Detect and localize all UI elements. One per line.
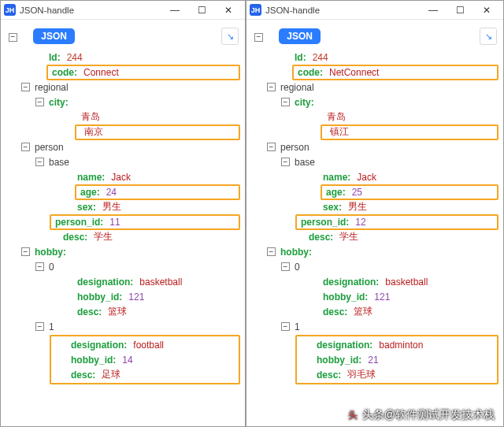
toggle-hobby-1[interactable]: − — [35, 322, 44, 331]
toggle-regional[interactable]: − — [21, 83, 30, 91]
toggle-root[interactable]: − — [9, 33, 17, 42]
diff-hobby1: designation :football hobby_id :14 desc … — [50, 335, 240, 384]
app-icon: JH — [250, 4, 261, 16]
desktop: JH JSON-handle — ☐ ✕ − JSON ↘ Id :244 co… — [0, 0, 504, 427]
left-window: JH JSON-handle — ☐ ✕ − JSON ↘ Id :244 co… — [0, 0, 246, 427]
tree-panel: − JSON ↘ Id :244 code :Connect −regional… — [1, 20, 245, 426]
id-value: 244 — [313, 52, 328, 63]
titlebar[interactable]: JH JSON-handle — ☐ ✕ — [246, 1, 503, 20]
diff-city1: 镇江 — [321, 124, 498, 140]
id-value: 244 — [67, 52, 83, 63]
diff-city1: 南京 — [75, 124, 240, 140]
titlebar[interactable]: JH JSON-handle — ☐ ✕ — [1, 1, 245, 20]
watermark-caption: 头 头条@软件测试开发技术栈 — [346, 408, 495, 422]
expand-arrow-button[interactable]: ↘ — [480, 28, 497, 45]
toggle-base[interactable]: − — [35, 158, 44, 166]
json-root-badge[interactable]: JSON — [279, 28, 321, 44]
diff-personid: person_id :11 — [50, 214, 240, 230]
watermark-icon: 头 — [346, 409, 359, 421]
toggle-person[interactable]: − — [21, 143, 30, 151]
diff-code: code :Connect — [46, 65, 240, 80]
city-0: 青岛 — [327, 110, 346, 124]
toggle-city[interactable]: − — [35, 98, 44, 106]
minimize-button[interactable]: — — [420, 2, 447, 19]
maximize-button[interactable]: ☐ — [188, 2, 215, 19]
toggle-person[interactable]: − — [267, 143, 276, 151]
toggle-root[interactable]: − — [254, 33, 263, 42]
close-button[interactable]: ✕ — [215, 2, 242, 19]
toggle-hobby-0[interactable]: − — [281, 262, 290, 271]
window-title: JSON-handle — [265, 6, 420, 15]
diff-age: age :25 — [321, 184, 498, 200]
toggle-city[interactable]: − — [281, 98, 290, 106]
window-title: JSON-handle — [20, 6, 161, 15]
expand-arrow-button[interactable]: ↘ — [221, 28, 239, 45]
minimize-button[interactable]: — — [161, 2, 188, 19]
right-window: JH JSON-handle — ☐ ✕ − JSON ↘ Id :244 co… — [246, 0, 504, 427]
toggle-regional[interactable]: − — [267, 83, 276, 91]
maximize-button[interactable]: ☐ — [447, 2, 473, 19]
toggle-hobby[interactable]: − — [21, 247, 30, 256]
diff-age: age :24 — [75, 184, 240, 200]
diff-code: code :NetConnect — [292, 65, 498, 80]
diff-hobby1: designation :badminton hobby_id :21 desc… — [295, 335, 498, 384]
close-button[interactable]: ✕ — [473, 2, 500, 19]
toggle-base[interactable]: − — [281, 158, 290, 166]
tree-panel: − JSON ↘ Id :244 code :NetConnect −regio… — [246, 20, 503, 426]
toggle-hobby-1[interactable]: − — [281, 322, 290, 331]
city-0: 青岛 — [81, 110, 100, 124]
json-root-badge[interactable]: JSON — [33, 28, 75, 44]
diff-personid: person_id :12 — [295, 214, 498, 230]
app-icon: JH — [4, 4, 16, 16]
toggle-hobby-0[interactable]: − — [35, 262, 44, 271]
toggle-hobby[interactable]: − — [267, 247, 276, 256]
